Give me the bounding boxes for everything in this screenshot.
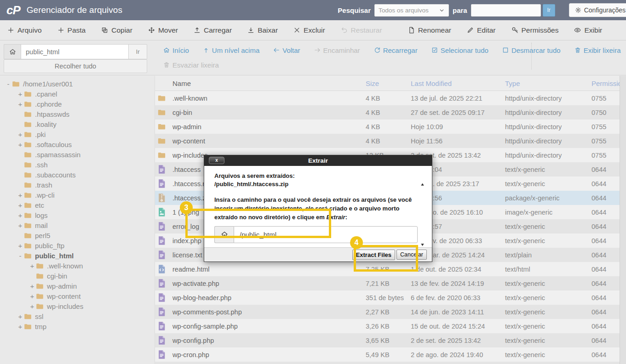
table-row[interactable]: .well-known4 KB13 de jul. de 2025 22:21h…	[155, 91, 626, 105]
expand-icon[interactable]: +	[29, 282, 36, 290]
toolbar-copiar-button[interactable]: Copiar	[101, 26, 132, 34]
path-go-button[interactable]: Ir	[129, 44, 147, 59]
tree-item-public-ftp[interactable]: +public_ftp	[0, 240, 155, 250]
collapse-all-button[interactable]: Recolher tudo	[4, 59, 147, 73]
toolbar-exibir-button[interactable]: Exibir	[574, 26, 602, 34]
nav-selecionar-tudo-link[interactable]: Selecionar tudo	[431, 46, 488, 54]
expand-icon[interactable]: +	[17, 242, 24, 250]
tree-item-label: public_html	[35, 252, 74, 260]
tree-item--well-known[interactable]: +.well-known	[0, 261, 155, 271]
column-header-size[interactable]: Size	[364, 80, 409, 87]
table-row[interactable]: readme.html7.25 KB1 de out. de 2025 02:3…	[155, 262, 626, 276]
toolbar-excluir-button[interactable]: Excluir	[293, 26, 325, 34]
tree-item-logs[interactable]: +logs	[0, 210, 155, 220]
nav-recarregar-link[interactable]: Recarregar	[374, 46, 418, 54]
table-row[interactable]: wp-blog-header.php351 de bytes6 de fev. …	[155, 290, 626, 305]
expand-icon[interactable]: +	[17, 313, 24, 320]
tree-item-wp-admin[interactable]: +wp-admin	[0, 281, 155, 291]
cancel-button[interactable]: Cancelar	[396, 250, 427, 260]
search-input[interactable]	[471, 4, 541, 17]
extract-path-input[interactable]	[234, 226, 418, 243]
expand-icon[interactable]: +	[17, 141, 24, 148]
extract-path-home-button[interactable]	[214, 226, 234, 243]
search-go-button[interactable]: Ir	[543, 4, 555, 17]
path-home-button[interactable]	[4, 44, 21, 59]
extract-instruction-text: Insira o caminho para o qual você deseja…	[214, 196, 417, 222]
file-type-cell: text/x-generic	[504, 323, 590, 330]
toolbar-pasta-button[interactable]: Pasta	[57, 26, 86, 34]
dialog-title: Extrair	[308, 157, 328, 164]
column-header-type[interactable]: Type	[504, 80, 590, 87]
toolbar-renomear-button[interactable]: Renomear	[408, 26, 451, 34]
table-row[interactable]: wp-cron.php5,49 KB2 de ago. de 2024 19:4…	[155, 347, 626, 362]
tree-item--spamassassin[interactable]: .spamassassin	[0, 149, 155, 159]
table-scrollbar[interactable]	[620, 76, 626, 364]
expand-icon[interactable]: +	[17, 323, 24, 330]
search-type-select[interactable]: Todos os arquivos	[374, 4, 449, 17]
expand-icon[interactable]: +	[17, 191, 24, 199]
table-row[interactable]: wp-comments-post.php2,27 KB14 de jun. de…	[155, 305, 626, 319]
table-row[interactable]: wp-activate.php7,21 KB13 de fev. de 2024…	[155, 276, 626, 290]
toolbar-baixar-button[interactable]: Baixar	[247, 26, 278, 34]
toolbar-mover-button[interactable]: Mover	[148, 26, 178, 34]
expand-icon[interactable]: +	[17, 90, 24, 98]
nav-um-n-vel-acima-link[interactable]: Um nível acima	[203, 46, 259, 54]
nav-exibir-lixeira-link[interactable]: Exibir lixeira	[574, 46, 621, 54]
toolbar-editar-button[interactable]: Editar	[467, 26, 496, 34]
tree-item-label: mail	[35, 222, 48, 229]
nav-esvaziar-lixeira-link[interactable]: Esvaziar lixeira	[163, 61, 219, 69]
tree-item--htpasswds[interactable]: .htpasswds	[0, 109, 155, 119]
table-row[interactable]: wp-config.php3,65 KB2 de set. de 2025 13…	[155, 333, 626, 347]
tree-item-perl5[interactable]: perl5	[0, 230, 155, 240]
table-row[interactable]: cgi-bin4 KB27 de set. de 2025 09:17httpd…	[155, 105, 626, 119]
expand-icon[interactable]: +	[17, 131, 24, 138]
toolbar-restaurar-button[interactable]: Restaurar	[341, 26, 382, 34]
tree-item--wp-cli[interactable]: +.wp-cli	[0, 190, 155, 200]
expand-icon[interactable]: +	[17, 201, 24, 209]
tree-item--cphorde[interactable]: +.cphorde	[0, 99, 155, 109]
file-type-cell: image/x-generic	[504, 209, 590, 216]
toolbar-permiss-es-button[interactable]: Permissões	[511, 26, 559, 34]
column-header-name[interactable]: Name	[155, 80, 364, 87]
tree-item-etc[interactable]: +etc	[0, 200, 155, 210]
toolbar-carregar-button[interactable]: Carregar	[194, 26, 232, 34]
dialog-close-button[interactable]: x	[209, 157, 224, 164]
tree-item--home1-user001[interactable]: -/home1/user001	[0, 79, 155, 89]
tree-item-wp-content[interactable]: +wp-content	[0, 291, 155, 301]
extract-files-button[interactable]: Extract Files	[352, 250, 395, 260]
expand-icon[interactable]: +	[29, 302, 36, 310]
tree-item-public-html[interactable]: -public_html	[0, 250, 155, 261]
scroll-down-icon[interactable]	[419, 242, 425, 248]
path-input[interactable]	[21, 44, 129, 59]
tree-item-tmp[interactable]: +tmp	[0, 321, 155, 331]
settings-button[interactable]: Configurações	[569, 3, 626, 17]
nav-encaminhar-link[interactable]: Encaminhar	[314, 46, 360, 54]
table-row[interactable]: wp-content4 KBHoje 11:56httpd/unix-direc…	[155, 134, 626, 148]
text-icon	[158, 236, 166, 245]
tree-item--pki[interactable]: +.pki	[0, 129, 155, 139]
expand-icon[interactable]: +	[17, 211, 24, 219]
tree-item--trash[interactable]: .trash	[0, 180, 155, 190]
tree-item-ssl[interactable]: +ssl	[0, 311, 155, 321]
tree-item-wp-includes[interactable]: +wp-includes	[0, 301, 155, 311]
toolbar-arquivo-button[interactable]: Arquivo	[7, 26, 42, 34]
tree-item--softaculous[interactable]: +.softaculous	[0, 139, 155, 149]
tree-item--subaccounts[interactable]: .subaccounts	[0, 170, 155, 180]
collapse-icon[interactable]: -	[5, 80, 12, 88]
nav-in-cio-link[interactable]: Início	[163, 46, 189, 54]
scroll-up-icon[interactable]	[419, 182, 425, 188]
table-row[interactable]: wp-admin4 KBHoje 10:09httpd/unix-directo…	[155, 119, 626, 134]
tree-item--cpanel[interactable]: +.cpanel	[0, 89, 155, 99]
table-row[interactable]: wp-config-sample.php3,26 KB15 de out. de…	[155, 319, 626, 333]
tree-item--koality[interactable]: .koality	[0, 119, 155, 129]
expand-icon[interactable]: +	[29, 262, 36, 270]
tree-item-mail[interactable]: +mail	[0, 220, 155, 230]
expand-icon[interactable]: +	[29, 292, 36, 300]
tree-item--ssh[interactable]: .ssh	[0, 159, 155, 170]
nav-voltar-link[interactable]: Voltar	[273, 46, 300, 54]
tree-item-cgi-bin[interactable]: cgi-bin	[0, 271, 155, 281]
collapse-icon[interactable]: -	[17, 252, 24, 260]
column-header-modified[interactable]: Last Modified	[409, 80, 504, 87]
expand-icon[interactable]: +	[17, 100, 24, 108]
expand-icon[interactable]: +	[17, 222, 24, 229]
